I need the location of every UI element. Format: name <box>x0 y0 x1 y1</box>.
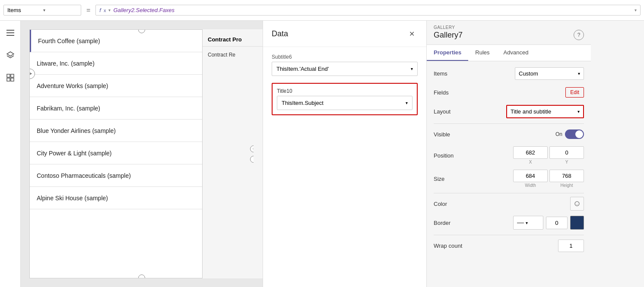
color-prop-label: Color <box>434 201 468 207</box>
items-prop-label: Items <box>434 70 468 77</box>
grid-icon[interactable] <box>3 71 17 85</box>
edit-button[interactable]: Edit <box>565 87 584 98</box>
svg-rect-2 <box>6 35 14 36</box>
preview-title: Contract Pro <box>208 36 242 43</box>
item-text: Alpine Ski House (sample) <box>37 195 108 202</box>
divider-1 <box>434 123 584 124</box>
border-row: Border — ▾ <box>434 216 584 230</box>
visible-toggle[interactable] <box>565 129 584 139</box>
subtitle6-dropdown[interactable]: ThisItem.'Actual End' ▾ <box>272 62 418 76</box>
size-row: Size Width Height <box>434 170 584 188</box>
svg-rect-7 <box>11 78 14 81</box>
gallery-label: GALLERY <box>434 25 584 30</box>
border-control: — ▾ <box>468 216 584 230</box>
layers-icon[interactable] <box>3 48 17 62</box>
data-panel: Data ✕ Subtitle6 ThisItem.'Actual End' ▾… <box>263 21 427 287</box>
items-dropdown[interactable]: Items ▾ <box>3 5 81 16</box>
visible-prop-label: Visible <box>434 131 468 138</box>
fx-icon: f <box>99 7 101 13</box>
items-control: Custom ▾ <box>468 67 584 80</box>
svg-marker-3 <box>7 52 14 56</box>
props-tabs: Properties Rules Advanced <box>427 45 591 61</box>
title10-group-highlighted: Title10 ThisItem.Subject ▾ <box>272 83 418 115</box>
data-panel-title: Data <box>272 29 288 38</box>
border-controls: — ▾ <box>513 216 584 230</box>
wrap-count-prop-label: Wrap count <box>434 243 468 249</box>
x-label: X <box>529 160 532 164</box>
formula-chevron-icon: ▾ <box>108 8 111 13</box>
border-width-input[interactable] <box>546 217 568 229</box>
help-icon[interactable]: ? <box>574 30 584 40</box>
props-body: Items Custom ▾ Fields Edit Layout <box>427 61 591 263</box>
position-xy: X Y <box>513 146 584 164</box>
svg-rect-6 <box>7 78 10 81</box>
data-panel-header: Data ✕ <box>263 21 426 47</box>
visible-row: Visible On <box>434 127 584 141</box>
menu-icon[interactable] <box>3 26 17 40</box>
size-prop-label: Size <box>434 176 468 182</box>
size-control: Width Height <box>468 170 584 188</box>
equals-sign: = <box>85 6 92 14</box>
layout-dropdown[interactable]: Title and subtitle ▾ <box>506 105 584 118</box>
items-dropdown-prop[interactable]: Custom ▾ <box>515 67 584 80</box>
items-chevron-icon: ▾ <box>43 8 77 13</box>
gallery-area: ✏ Fourth Coffee (sample) › Litware, Inc.… <box>21 21 263 287</box>
title10-dropdown[interactable]: ThisItem.Subject ▾ <box>277 96 412 110</box>
size-width-input[interactable] <box>513 170 548 182</box>
item-text: Fabrikam, Inc. (sample) <box>37 105 100 112</box>
size-height-input[interactable] <box>549 170 584 182</box>
subtitle6-value: ThisItem.'Actual End' <box>276 66 329 72</box>
item-text: City Power & Light (sample) <box>37 150 112 157</box>
layout-chevron-icon: ▾ <box>577 109 580 114</box>
height-label: Height <box>561 183 573 188</box>
width-label: Width <box>525 183 536 188</box>
border-prop-label: Border <box>434 220 468 226</box>
position-x-input[interactable] <box>513 146 548 159</box>
preview-panel: Contract Pro Contract Re <box>202 29 263 278</box>
position-prop-label: Position <box>434 152 468 159</box>
tab-properties[interactable]: Properties <box>427 45 468 61</box>
color-swatch[interactable] <box>570 197 584 211</box>
wrap-count-row: Wrap count <box>434 239 584 252</box>
title10-value: ThisItem.Subject <box>282 100 324 106</box>
divider-2 <box>434 193 584 193</box>
visible-control: On <box>468 129 584 139</box>
fields-row: Fields Edit <box>434 85 584 99</box>
layout-control: Title and subtitle ▾ <box>468 105 584 118</box>
position-control: X Y <box>468 146 584 164</box>
visible-on-label: On <box>555 131 562 137</box>
tab-rules[interactable]: Rules <box>468 45 496 61</box>
item-text: Adventure Works (sample) <box>37 82 108 89</box>
svg-rect-1 <box>6 32 14 33</box>
preview-content: Contract Re <box>203 47 263 63</box>
resize-handle-right[interactable]: ○ <box>250 145 254 163</box>
fields-prop-label: Fields <box>434 89 468 96</box>
main-content: ✏ Fourth Coffee (sample) › Litware, Inc.… <box>0 21 644 287</box>
position-y-input[interactable] <box>549 146 584 159</box>
border-style-chevron-icon: ▾ <box>526 221 528 225</box>
border-style-dropdown[interactable]: — ▾ <box>513 216 543 230</box>
wrap-count-input[interactable] <box>558 240 584 252</box>
fields-control: Edit <box>468 87 584 98</box>
position-x-group: X <box>513 146 548 164</box>
left-sidebar <box>0 21 21 287</box>
items-dropdown-chevron-icon: ▾ <box>578 71 580 76</box>
close-button[interactable]: ✕ <box>406 28 418 40</box>
items-label: Items <box>7 7 41 13</box>
items-value: Custom <box>519 70 538 77</box>
subtitle6-chevron-icon: ▾ <box>411 66 413 71</box>
border-color-swatch[interactable] <box>570 216 584 230</box>
size-height-group: Height <box>549 170 584 188</box>
fx-x-label: x <box>104 8 106 13</box>
size-width-group: Width <box>513 170 548 188</box>
formula-text: Gallery2.Selected.Faxes <box>113 7 174 13</box>
resize-handle-bottom[interactable] <box>138 274 145 278</box>
tab-advanced[interactable]: Advanced <box>497 45 536 61</box>
position-y-group: Y <box>549 146 584 164</box>
layout-row: Layout Title and subtitle ▾ <box>434 104 584 118</box>
svg-rect-0 <box>6 30 14 31</box>
layout-prop-label: Layout <box>434 108 468 115</box>
subtitle6-group: Subtitle6 ThisItem.'Actual End' ▾ <box>272 54 418 76</box>
formula-bar[interactable]: f x ▾ Gallery2.Selected.Faxes ▾ <box>95 5 641 16</box>
item-text: Fourth Coffee (sample) <box>38 38 100 44</box>
